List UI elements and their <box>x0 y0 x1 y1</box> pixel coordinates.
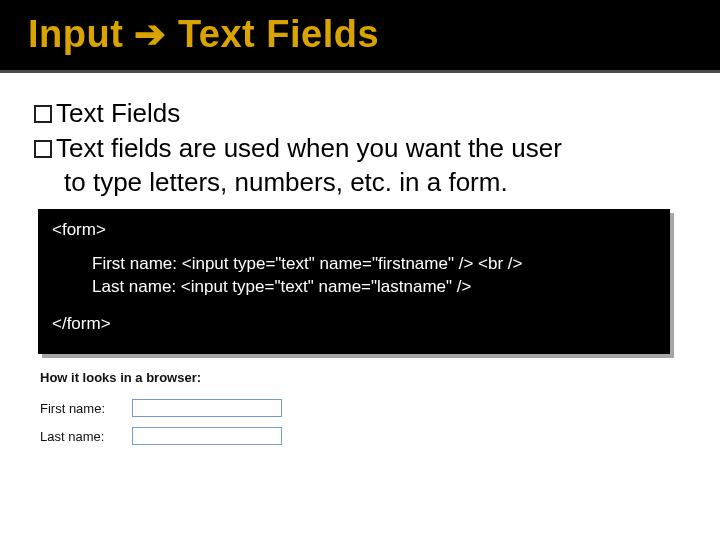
bullet-heading-line: Text Fields <box>34 97 686 130</box>
title-bar: Input ➔ Text Fields <box>0 0 720 73</box>
preview-heading: How it looks in a browser: <box>40 370 380 385</box>
lastname-input[interactable] <box>132 427 282 445</box>
preview-row-last: Last name: <box>40 427 380 445</box>
bullet-icon <box>34 105 52 123</box>
preview-row-first: First name: <box>40 399 380 417</box>
browser-preview: How it looks in a browser: First name: L… <box>40 370 380 445</box>
preview-label-first: First name: <box>40 401 132 416</box>
code-line-firstname: First name: <input type="text" name="fir… <box>52 253 656 276</box>
code-line-lastname: Last name: <input type="text" name="last… <box>52 276 656 299</box>
bullet-desc-text1: Text fields are used when you want the u… <box>56 133 562 163</box>
bullet-icon <box>34 140 52 158</box>
code-close-tag: </form> <box>52 313 656 336</box>
bullet-desc-line1: Text fields are used when you want the u… <box>34 132 686 165</box>
bullet-heading: Text Fields <box>56 98 180 128</box>
bullet-desc-line2: to type letters, numbers, etc. in a form… <box>34 166 686 199</box>
slide-body: Text Fields Text fields are used when yo… <box>0 73 720 445</box>
slide: Input ➔ Text Fields Text Fields Text fie… <box>0 0 720 540</box>
code-example: <form> First name: <input type="text" na… <box>38 209 670 355</box>
preview-label-last: Last name: <box>40 429 132 444</box>
code-open-tag: <form> <box>52 220 106 239</box>
firstname-input[interactable] <box>132 399 282 417</box>
slide-title: Input ➔ Text Fields <box>28 13 379 55</box>
